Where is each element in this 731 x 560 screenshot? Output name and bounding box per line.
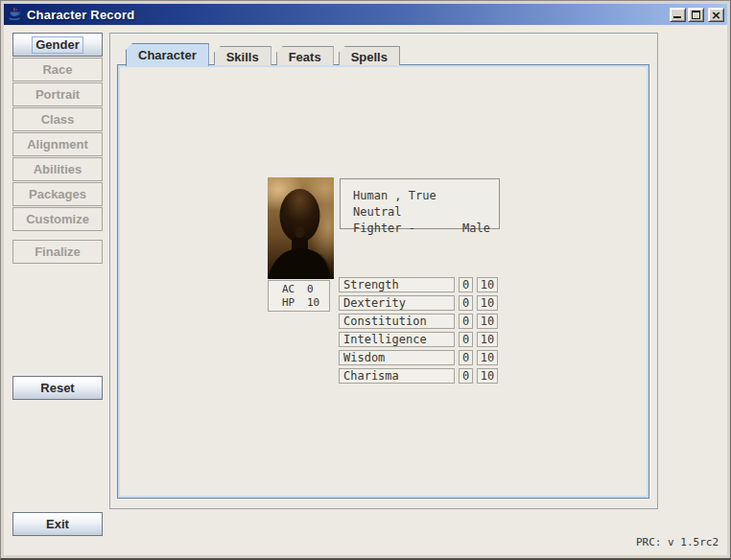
ability-score: 10 <box>477 277 498 292</box>
tab-bar: Character Skills Feats Spells <box>126 42 400 65</box>
ability-table: Strength 0 10 Dexterity 0 10 Constitutio… <box>339 277 498 386</box>
summary-class-gender: Fighter - Male <box>353 221 490 237</box>
ability-name: Dexterity <box>339 295 455 311</box>
window-title: Character Record <box>27 8 670 22</box>
ability-score: 10 <box>477 350 498 365</box>
ability-row-constitution: Constitution 0 10 <box>339 314 498 329</box>
summary-class: Fighter - <box>353 221 415 237</box>
minimize-icon <box>673 16 681 18</box>
character-summary-box: Human , True Neutral Fighter - Male <box>340 178 500 229</box>
ability-modifier: 0 <box>459 277 473 292</box>
hp-row: HP 10 <box>282 296 329 310</box>
ability-name: Charisma <box>339 368 455 384</box>
ac-row: AC 0 <box>282 283 329 296</box>
ability-row-strength: Strength 0 10 <box>339 277 498 292</box>
titlebar[interactable]: Character Record × <box>4 4 727 25</box>
ac-value: 0 <box>307 283 314 296</box>
hp-label: HP <box>282 296 307 310</box>
ability-modifier: 0 <box>459 314 473 329</box>
customize-button[interactable]: Customize <box>12 207 103 231</box>
close-icon: × <box>709 8 723 22</box>
gender-button[interactable]: Gender <box>12 33 103 57</box>
ac-hp-box: AC 0 HP 10 <box>268 280 330 312</box>
tab-character[interactable]: Character <box>126 43 209 66</box>
maximize-button[interactable] <box>688 8 704 22</box>
gender-button-label: Gender <box>32 36 83 54</box>
ability-modifier: 0 <box>459 295 473 311</box>
class-button[interactable]: Class <box>12 107 103 131</box>
prc-version-label: PRC: v 1.5rc2 <box>636 536 719 548</box>
maximize-icon <box>692 11 700 19</box>
ability-name: Intelligence <box>339 332 455 347</box>
finalize-button[interactable]: Finalize <box>12 240 103 264</box>
tab-spells[interactable]: Spells <box>339 46 400 65</box>
tab-skills[interactable]: Skills <box>214 46 271 65</box>
ability-score: 10 <box>477 295 498 311</box>
portrait-button[interactable]: Portrait <box>12 82 103 106</box>
hp-value: 10 <box>307 296 319 310</box>
summary-race-alignment: Human , True Neutral <box>353 188 490 221</box>
ability-name: Constitution <box>339 314 455 329</box>
close-button[interactable]: × <box>708 8 724 22</box>
ability-score: 10 <box>477 314 498 329</box>
client-area: Gender Race Portrait Class Alignment Abi… <box>4 25 727 555</box>
reset-button[interactable]: Reset <box>12 376 103 400</box>
exit-button[interactable]: Exit <box>12 512 103 536</box>
minimize-button[interactable] <box>670 8 686 22</box>
ability-modifier: 0 <box>459 332 473 347</box>
character-portrait-image <box>268 177 334 279</box>
ability-modifier: 0 <box>459 368 473 384</box>
ability-name: Strength <box>339 277 455 292</box>
abilities-button[interactable]: Abilities <box>12 157 103 181</box>
ability-score: 10 <box>477 368 498 384</box>
race-button[interactable]: Race <box>12 58 103 82</box>
summary-gender: Male <box>462 221 490 237</box>
character-tab-content: Human , True Neutral Fighter - Male AC 0… <box>117 64 649 499</box>
packages-button[interactable]: Packages <box>12 182 103 206</box>
window-controls: × <box>670 8 724 22</box>
main-panel: Character Skills Feats Spells <box>109 33 658 509</box>
ability-row-charisma: Charisma 0 10 <box>339 368 498 384</box>
ability-row-dexterity: Dexterity 0 10 <box>339 295 498 311</box>
ability-name: Wisdom <box>339 350 455 365</box>
ability-row-wisdom: Wisdom 0 10 <box>339 350 498 365</box>
ac-label: AC <box>282 283 307 296</box>
ability-modifier: 0 <box>459 350 473 365</box>
character-record-window: Character Record × Gender Race Portrait … <box>0 0 731 560</box>
ability-score: 10 <box>477 332 498 347</box>
ability-row-intelligence: Intelligence 0 10 <box>339 332 498 347</box>
java-cup-icon <box>7 7 22 22</box>
alignment-button[interactable]: Alignment <box>12 132 103 156</box>
tab-feats[interactable]: Feats <box>276 46 334 65</box>
